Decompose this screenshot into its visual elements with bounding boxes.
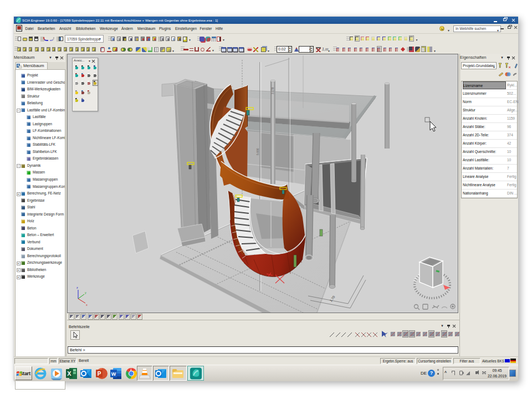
svg-text:z: z: [76, 286, 78, 289]
svg-text:3.178: 3.178: [271, 87, 274, 94]
svg-text:W: W: [111, 371, 116, 377]
svg-text:X: X: [67, 370, 71, 377]
svg-text:P: P: [98, 371, 101, 377]
svg-text:5.000: 5.000: [256, 148, 259, 155]
svg-text:x: x: [86, 303, 88, 306]
svg-text:y: y: [85, 291, 86, 294]
